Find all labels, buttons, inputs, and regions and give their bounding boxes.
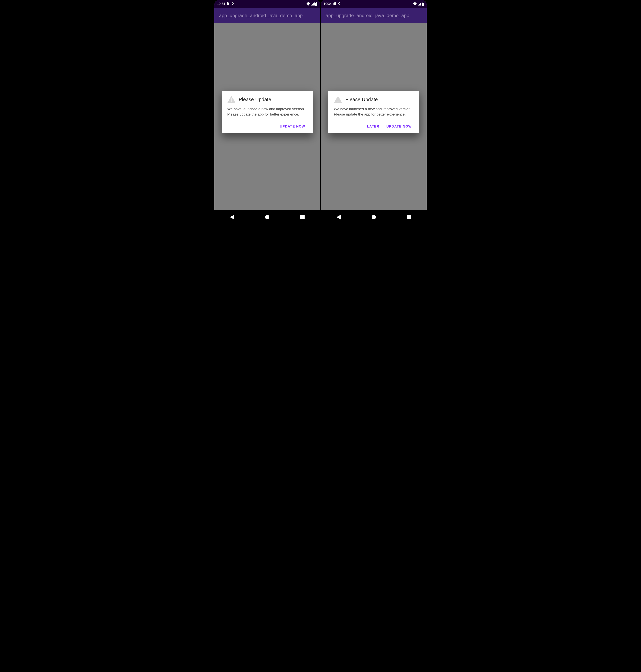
cellular-icon (418, 2, 421, 5)
nav-recent-button[interactable] (296, 212, 309, 222)
update-now-button[interactable]: Update Now (384, 123, 414, 130)
alert-icon (334, 96, 342, 103)
dialog-title: Please Update (239, 97, 271, 102)
content-area: Please Update We have launched a new and… (214, 23, 320, 210)
debug-icon (338, 2, 341, 6)
svg-rect-0 (231, 98, 232, 101)
wifi-icon (306, 2, 310, 5)
status-time: 10:34 (217, 2, 225, 6)
status-bar: 10:34 (321, 0, 427, 8)
svg-point-2 (265, 215, 269, 219)
navigation-bar (214, 210, 320, 224)
svg-rect-4 (338, 98, 338, 101)
app-bar-title: app_upgrade_android_java_demo_app (326, 13, 409, 18)
nav-recent-button[interactable] (403, 212, 415, 222)
battery-icon (422, 2, 424, 6)
content-area: Please Update We have launched a new and… (321, 23, 427, 210)
wifi-icon (413, 2, 417, 5)
svg-rect-3 (300, 215, 304, 219)
sd-card-icon (227, 2, 230, 6)
status-time: 10:34 (324, 2, 331, 6)
app-bar: app_upgrade_android_java_demo_app (321, 8, 427, 23)
navigation-bar (321, 210, 427, 224)
debug-icon (231, 2, 234, 6)
update-dialog: Please Update We have launched a new and… (222, 91, 313, 133)
svg-point-5 (338, 101, 339, 102)
alert-icon (227, 96, 235, 103)
status-bar: 10:34 (214, 0, 320, 8)
svg-point-1 (231, 101, 232, 102)
app-bar-title: app_upgrade_android_java_demo_app (219, 13, 303, 18)
nav-back-button[interactable] (226, 212, 238, 222)
dialog-message: We have launched a new and improved vers… (334, 107, 414, 117)
svg-rect-7 (407, 215, 411, 219)
app-bar: app_upgrade_android_java_demo_app (214, 8, 320, 23)
nav-home-button[interactable] (261, 212, 273, 222)
sd-card-icon (333, 2, 336, 6)
phone-screen-right: 10:34 app_upgrade (320, 0, 427, 224)
svg-point-6 (372, 215, 376, 219)
update-dialog: Please Update We have launched a new and… (328, 91, 419, 133)
dialog-scrim[interactable]: Please Update We have launched a new and… (214, 23, 320, 210)
battery-icon (315, 2, 317, 6)
update-now-button[interactable]: Update Now (278, 123, 307, 130)
nav-back-button[interactable] (332, 212, 345, 222)
nav-home-button[interactable] (368, 212, 380, 222)
cellular-icon (311, 2, 315, 5)
dialog-message: We have launched a new and improved vers… (227, 107, 307, 117)
later-button[interactable]: Later (365, 123, 381, 130)
dialog-title: Please Update (345, 97, 378, 102)
dialog-scrim[interactable]: Please Update We have launched a new and… (321, 23, 427, 210)
phone-screen-left: 10:34 app_upgrade (214, 0, 320, 224)
